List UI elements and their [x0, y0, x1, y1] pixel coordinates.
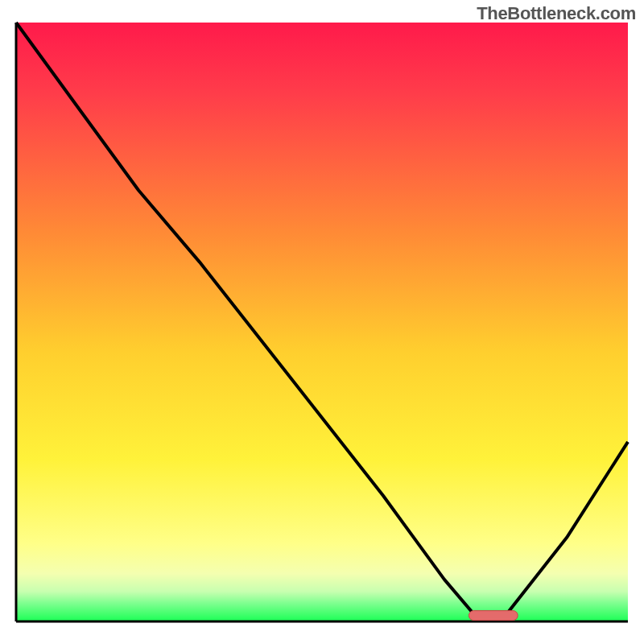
gradient-background [16, 23, 628, 621]
chart-container: TheBottleneck.com [0, 0, 644, 644]
plot-area [16, 23, 628, 621]
bottleneck-chart [0, 0, 644, 644]
attribution-text: TheBottleneck.com [477, 3, 636, 24]
optimal-marker [469, 611, 518, 621]
